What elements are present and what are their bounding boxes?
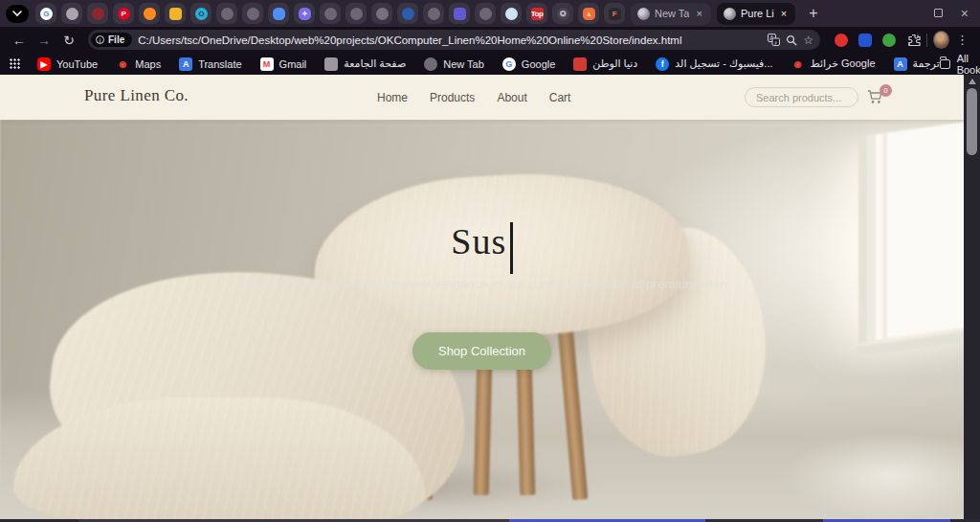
- site-logo[interactable]: Pure Linen Co.: [84, 86, 189, 105]
- forward-button[interactable]: →: [33, 33, 55, 48]
- extensions-row: [834, 33, 896, 47]
- pinned-tab[interactable]: [449, 3, 470, 24]
- bookmark-item[interactable]: G Google: [502, 57, 555, 71]
- bookmark-label: فيسبوك - تسجيل الد...: [675, 57, 772, 70]
- bookmark-item[interactable]: A Translate: [179, 57, 241, 71]
- pinned-tab[interactable]: [320, 3, 341, 24]
- reload-button[interactable]: ↻: [58, 33, 79, 48]
- bookmark-favicon-icon: [573, 57, 587, 71]
- pinned-tab[interactable]: O: [190, 3, 212, 24]
- pinned-tab[interactable]: [475, 3, 496, 24]
- shop-collection-button[interactable]: Shop Collection: [412, 332, 551, 370]
- translate-page-icon[interactable]: Aع: [768, 34, 780, 46]
- pinned-tab[interactable]: [501, 3, 522, 24]
- pinned-tab[interactable]: [397, 3, 418, 24]
- bookmark-item[interactable]: ◉ خرائط Google: [791, 57, 876, 71]
- pinned-tab[interactable]: G: [35, 3, 56, 24]
- restore-icon: [934, 9, 943, 17]
- pinned-tab[interactable]: ✪: [552, 3, 573, 24]
- file-scheme-chip[interactable]: i File: [91, 33, 132, 47]
- pinned-tab[interactable]: ▲: [578, 3, 599, 24]
- nav-link[interactable]: Home: [377, 91, 408, 104]
- tab-new-tab[interactable]: New Ta ×: [631, 3, 711, 25]
- globe-favicon-icon: [724, 8, 736, 20]
- tab-close-icon[interactable]: ×: [694, 8, 703, 20]
- browser-menu-icon[interactable]: ⋮: [953, 33, 971, 47]
- bookmark-favicon-icon: ▶: [37, 57, 51, 71]
- search-input[interactable]: [745, 87, 858, 107]
- tab-search-button[interactable]: [6, 5, 29, 23]
- tab-favicon-icon: [144, 8, 156, 20]
- pinned-tab[interactable]: Top: [526, 3, 547, 24]
- tab-pure-linen[interactable]: Pure Li ×: [717, 3, 795, 25]
- bookmark-item[interactable]: دنيا الوطن: [573, 57, 637, 71]
- pinned-tab[interactable]: [345, 3, 367, 24]
- scrollbar-up-arrow-icon[interactable]: [969, 79, 976, 84]
- bookmark-item[interactable]: New Tab: [424, 57, 484, 71]
- extension-icon[interactable]: [858, 33, 872, 47]
- bookmark-item[interactable]: صفحة الجامعة: [324, 57, 406, 71]
- pinned-tab[interactable]: ✦: [294, 3, 315, 24]
- extension-icon[interactable]: [881, 33, 896, 47]
- site-header: Pure Linen Co. HomeProductsAboutCart 0: [0, 75, 964, 120]
- browser-frame: G P O ✦: [0, 0, 980, 75]
- typing-caret: [510, 222, 513, 274]
- pinned-tab[interactable]: [87, 3, 108, 24]
- pinned-tab[interactable]: [165, 3, 186, 24]
- nav-link[interactable]: Cart: [549, 91, 571, 104]
- pinned-tab[interactable]: [61, 3, 82, 24]
- pinned-tab[interactable]: F: [604, 3, 625, 24]
- bookmark-item[interactable]: ▶ YouTube: [37, 57, 98, 71]
- back-button[interactable]: ←: [9, 33, 30, 48]
- pinned-tab[interactable]: [268, 3, 289, 24]
- tab-favicon-icon: [247, 8, 259, 20]
- tab-favicon-icon: [454, 8, 466, 20]
- extension-icon[interactable]: [834, 33, 848, 47]
- tab-favicon-icon: [376, 8, 389, 20]
- scrollbar-thumb[interactable]: [967, 88, 977, 155]
- bookmark-item[interactable]: f فيسبوك - تسجيل الد...: [656, 57, 772, 71]
- url-text[interactable]: C:/Users/tsc/OneDrive/Desktop/web%20proj…: [138, 34, 762, 46]
- address-toolbar: ← → ↻ i File C:/Users/tsc/OneDrive/Deskt…: [0, 27, 980, 53]
- bookmark-label: دنيا الوطن: [592, 57, 637, 70]
- pinned-tab[interactable]: [216, 3, 237, 24]
- bookmark-favicon-icon: G: [502, 57, 516, 71]
- extensions-puzzle-icon[interactable]: [907, 33, 921, 47]
- bookmark-item[interactable]: A ترجمة: [894, 57, 940, 71]
- zoom-icon[interactable]: [786, 34, 797, 46]
- all-bookmarks-button[interactable]: All Bookmarks: [940, 53, 980, 76]
- hero-section: Sus Sustainable luxury meets timeless el…: [0, 120, 964, 519]
- pinned-tab[interactable]: [242, 3, 263, 24]
- close-window-button[interactable]: ×: [961, 6, 969, 21]
- bookmark-label: Google: [522, 58, 555, 70]
- toolbar-area: ← → ↻ i File C:/Users/tsc/OneDrive/Deskt…: [0, 27, 980, 75]
- apps-grid-icon[interactable]: [10, 58, 20, 69]
- bookmark-item[interactable]: ◉ Maps: [116, 57, 161, 71]
- pinned-tab[interactable]: [371, 3, 392, 24]
- profile-avatar[interactable]: [933, 31, 949, 49]
- tab-close-icon[interactable]: ×: [779, 8, 789, 20]
- tab-favicon-icon: [479, 8, 492, 20]
- info-icon: i: [96, 35, 104, 44]
- tab-favicon-icon: [350, 8, 363, 20]
- bookmark-item[interactable]: M Gmail: [260, 57, 307, 71]
- tab-favicon-icon: ▲: [583, 8, 595, 20]
- tab-favicon-icon: [92, 8, 104, 20]
- bookmark-favicon-icon: ◉: [116, 57, 129, 71]
- omnibox[interactable]: i File C:/Users/tsc/OneDrive/Desktop/web…: [88, 30, 820, 50]
- pinned-tab[interactable]: P: [113, 3, 134, 24]
- pinned-tab[interactable]: [139, 3, 160, 24]
- pinned-tab[interactable]: [423, 3, 444, 24]
- page-scrollbar[interactable]: [964, 75, 980, 522]
- tab-favicon-icon: [428, 8, 440, 20]
- bookmark-star-icon[interactable]: ☆: [803, 34, 813, 47]
- folder-icon: [940, 59, 950, 69]
- tab-favicon-icon: [402, 8, 414, 20]
- extension-glyph-icon: [835, 34, 848, 47]
- maximize-button[interactable]: [934, 8, 943, 19]
- cart-button[interactable]: 0: [867, 89, 888, 108]
- new-tab-button[interactable]: +: [804, 5, 822, 22]
- nav-link[interactable]: Products: [430, 91, 475, 104]
- nav-link[interactable]: About: [497, 91, 526, 104]
- bookmark-label: New Tab: [443, 58, 484, 70]
